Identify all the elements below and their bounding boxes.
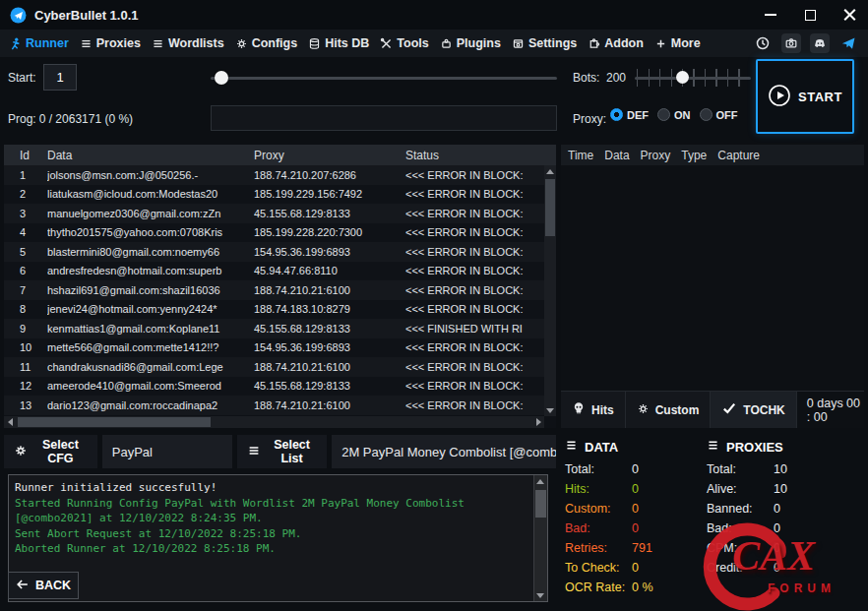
skull-icon: [572, 401, 586, 418]
stat-line: Custom:0: [565, 502, 653, 521]
table-row[interactable]: 9 kenmattias1@gmail.com:Koplane11 45.155…: [4, 319, 544, 338]
hits-col-header: Type: [681, 149, 707, 162]
table-row[interactable]: 8 jenevi24@hotmail.com:yenny2424* 188.74…: [4, 300, 544, 320]
list-icon: [565, 439, 578, 455]
start-label: Start:: [8, 71, 36, 85]
gear-icon: [637, 402, 650, 418]
tab-hits[interactable]: Hits: [561, 392, 626, 428]
menu-configs[interactable]: Configs: [235, 36, 298, 50]
hits-col-header: Data: [604, 149, 629, 162]
table-row[interactable]: 4 thytho201575@yahoo.com:0708Kris 185.19…: [4, 223, 544, 243]
slider-thumb[interactable]: [215, 71, 228, 85]
menu-plugins[interactable]: Plugins: [440, 36, 501, 50]
table-row[interactable]: 11 chandrakusnadi86@gmail.com:Lege 188.7…: [4, 357, 544, 377]
tab-tochk[interactable]: TOCHK: [711, 392, 796, 428]
radio-dot: [657, 108, 670, 121]
stat-line: To Check:0: [565, 561, 653, 580]
vertical-scrollbar[interactable]: [544, 165, 556, 416]
app-logo-icon: [10, 7, 27, 24]
runner-timer: 0 days 00 : 00: [807, 397, 864, 424]
menubar: Runner Proxies Wordlists Configs Hits DB…: [0, 30, 868, 57]
progress-readout: Prog: 0 / 2063171 (0 %): [8, 112, 133, 126]
proxies-stats: PROXIES Total:10 Alive:10 Banned:0: [707, 439, 787, 580]
stat-line: Hits:0: [565, 482, 653, 502]
tab-custom[interactable]: Custom: [626, 392, 712, 428]
table-row[interactable]: 1 jolsons@msn.com:J@050256.- 188.74.210.…: [4, 165, 544, 185]
data-stats: DATA Total:0 Hits:0 Custom:0: [565, 439, 653, 600]
table-body: 1 jolsons@msn.com:J@050256.- 188.74.210.…: [4, 165, 556, 428]
menu-addon[interactable]: Addon: [588, 36, 644, 50]
menu-settings[interactable]: Settings: [512, 36, 577, 50]
select-list-button[interactable]: Select List: [237, 435, 327, 468]
hits-col-header: Time: [568, 149, 593, 162]
prog-value: 0 / 2063171 (0 %): [39, 112, 133, 126]
log-console[interactable]: Runner initialized succesfully!Started R…: [8, 474, 548, 602]
scrollbar-thumb[interactable]: [535, 490, 546, 518]
horizontal-scrollbar[interactable]: [4, 416, 544, 428]
stat-line: OCR Rate:0 %: [565, 580, 653, 600]
menu-proxies[interactable]: Proxies: [80, 36, 141, 50]
table-row[interactable]: 7 hshazil691@gmail.com:shazil16036 188.7…: [4, 280, 544, 300]
menu-runner[interactable]: Runner: [8, 36, 69, 51]
config-bar: Select CFG PayPal Select List 2M PayPal …: [4, 433, 556, 470]
hits-col-header: Capture: [717, 149, 760, 162]
proxy-off-radio[interactable]: OFF: [700, 108, 738, 121]
table-row[interactable]: 5 blastermini80@gmail.com:noemy66 154.95…: [4, 242, 544, 262]
table-row[interactable]: 3 manuelgomez0306@gmail.com:zZn 45.155.6…: [4, 204, 544, 223]
scroll-up-icon[interactable]: [544, 165, 556, 177]
data-stats-header: DATA: [565, 439, 653, 455]
col-header-status: Status: [405, 149, 556, 162]
log-line: Started Running Config PayPal with Wordl…: [15, 496, 527, 526]
stat-line: Total:10: [707, 462, 787, 482]
minimize-button[interactable]: [764, 8, 777, 22]
menu-tools[interactable]: Tools: [380, 36, 428, 50]
table-row[interactable]: 12 ameerode410@gmail.com:Smeerod 45.155.…: [4, 377, 544, 397]
start-button[interactable]: START: [756, 59, 854, 134]
scroll-up-icon[interactable]: [534, 475, 546, 487]
bots-label: Bots:: [573, 71, 599, 85]
stat-line: Retries:791: [565, 541, 653, 561]
scrollbar-thumb[interactable]: [18, 417, 211, 427]
menu-wordlists[interactable]: Wordlists: [152, 36, 224, 50]
stat-line: Bad:0: [565, 521, 653, 541]
stat-line: Banned:0: [707, 502, 787, 521]
hits-panel: TimeDataProxyTypeCapture Hits Custom TOC…: [561, 145, 864, 428]
table-row[interactable]: 10 mette566@gmail.com:mette1412!!? 154.9…: [4, 338, 544, 358]
close-button[interactable]: [842, 8, 856, 22]
scroll-down-icon[interactable]: [544, 404, 556, 416]
col-header-proxy: Proxy: [254, 149, 405, 162]
proxy-on-radio[interactable]: ON: [657, 108, 691, 121]
slider-thumb[interactable]: [676, 71, 689, 84]
start-slider[interactable]: [211, 70, 557, 86]
table-row[interactable]: 2 liatukasm@icloud.com:Modestas20 185.19…: [4, 185, 544, 205]
scroll-left-icon[interactable]: [4, 416, 16, 428]
discord-icon[interactable]: [810, 33, 830, 53]
back-button[interactable]: BACK: [8, 572, 79, 599]
bots-slider[interactable]: [635, 65, 751, 91]
history-clock-icon[interactable]: [753, 33, 773, 53]
data-stats-list: Total:0 Hits:0 Custom:0 Bad:0: [565, 462, 653, 600]
start-count-input[interactable]: 1: [43, 64, 77, 91]
tools-icon: [380, 37, 393, 50]
menu-more[interactable]: More: [654, 36, 701, 50]
table-row[interactable]: 6 andresfredesn@hotmail.com:superb 45.94…: [4, 262, 544, 281]
select-cfg-button[interactable]: Select CFG: [4, 435, 97, 468]
telegram-send-icon[interactable]: [838, 33, 858, 53]
list-icon: [80, 37, 93, 50]
wordlist-name: 2M PayPal Money Combolist [@combo20: [332, 435, 556, 468]
radio-dot: [610, 108, 623, 121]
app-window: CyberBullet 1.0.1 Runner Proxies Wordlis…: [0, 0, 868, 611]
proxy-def-radio[interactable]: DEF: [610, 108, 649, 121]
table-row[interactable]: 13 dario123@gmail.com:roccadinapa2 188.7…: [4, 396, 544, 415]
menu-hits-db[interactable]: Hits DB: [308, 36, 369, 50]
scrollbar-thumb[interactable]: [545, 179, 555, 236]
database-icon: [308, 37, 321, 50]
scroll-down-icon[interactable]: [534, 589, 546, 601]
prog-label: Prog:: [8, 112, 36, 126]
maximize-button[interactable]: [803, 8, 817, 22]
bots-value: 200: [606, 71, 626, 85]
log-scrollbar[interactable]: [533, 475, 547, 601]
camera-icon[interactable]: [781, 33, 801, 53]
hits-col-header: Proxy: [641, 149, 671, 162]
scroll-right-icon[interactable]: [532, 416, 544, 428]
